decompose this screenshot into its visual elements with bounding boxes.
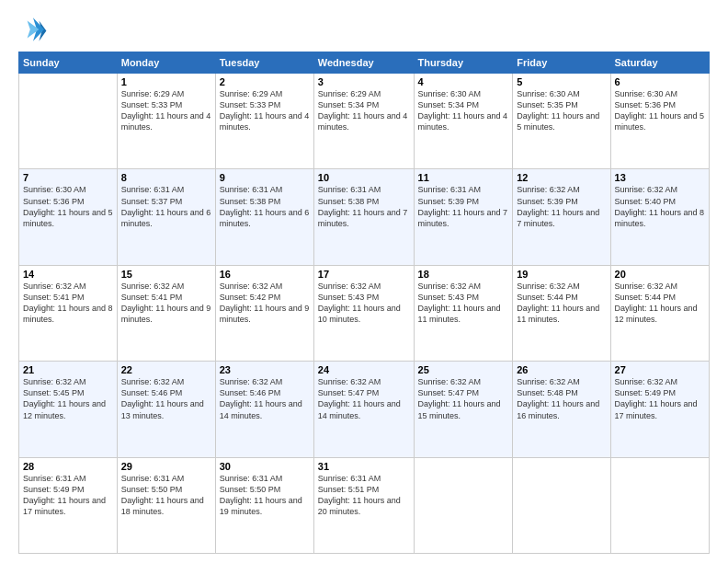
day-info: Sunrise: 6:30 AMSunset: 5:35 PMDaylight:… [517, 88, 606, 133]
day-info: Sunrise: 6:32 AMSunset: 5:43 PMDaylight:… [418, 281, 509, 326]
calendar-cell: 18Sunrise: 6:32 AMSunset: 5:43 PMDayligh… [414, 265, 513, 361]
logo [18, 15, 51, 44]
calendar-cell: 31Sunrise: 6:31 AMSunset: 5:51 PMDayligh… [313, 457, 414, 553]
day-number: 9 [220, 172, 310, 183]
calendar-cell: 8Sunrise: 6:31 AMSunset: 5:37 PMDaylight… [117, 169, 215, 265]
day-info: Sunrise: 6:32 AMSunset: 5:42 PMDaylight:… [220, 281, 310, 326]
calendar-cell: 10Sunrise: 6:31 AMSunset: 5:38 PMDayligh… [313, 169, 414, 265]
calendar-header-sunday: Sunday [19, 52, 118, 74]
day-number: 6 [615, 76, 705, 87]
day-number: 19 [517, 269, 606, 280]
day-number: 15 [121, 269, 211, 280]
calendar-cell: 24Sunrise: 6:32 AMSunset: 5:47 PMDayligh… [313, 362, 414, 457]
calendar-week-2: 14Sunrise: 6:32 AMSunset: 5:41 PMDayligh… [19, 265, 710, 361]
calendar-cell: 17Sunrise: 6:32 AMSunset: 5:43 PMDayligh… [313, 265, 414, 361]
day-info: Sunrise: 6:32 AMSunset: 5:47 PMDaylight:… [318, 376, 410, 421]
day-number: 26 [517, 364, 606, 375]
day-number: 24 [318, 364, 410, 375]
day-info: Sunrise: 6:32 AMSunset: 5:39 PMDaylight:… [517, 184, 606, 229]
day-info: Sunrise: 6:30 AMSunset: 5:34 PMDaylight:… [418, 88, 509, 133]
calendar-cell [19, 74, 118, 169]
calendar-cell: 15Sunrise: 6:32 AMSunset: 5:41 PMDayligh… [117, 265, 215, 361]
calendar-header-saturday: Saturday [610, 52, 709, 74]
calendar-cell: 30Sunrise: 6:31 AMSunset: 5:50 PMDayligh… [215, 457, 313, 553]
day-info: Sunrise: 6:32 AMSunset: 5:46 PMDaylight:… [121, 376, 211, 421]
day-number: 30 [220, 461, 310, 472]
calendar-cell: 22Sunrise: 6:32 AMSunset: 5:46 PMDayligh… [117, 362, 215, 457]
day-info: Sunrise: 6:32 AMSunset: 5:49 PMDaylight:… [615, 376, 705, 421]
calendar-week-3: 21Sunrise: 6:32 AMSunset: 5:45 PMDayligh… [19, 362, 710, 457]
day-info: Sunrise: 6:31 AMSunset: 5:50 PMDaylight:… [220, 473, 310, 518]
day-info: Sunrise: 6:31 AMSunset: 5:37 PMDaylight:… [121, 184, 211, 229]
day-number: 7 [23, 172, 113, 183]
day-info: Sunrise: 6:31 AMSunset: 5:51 PMDaylight:… [318, 473, 410, 518]
day-info: Sunrise: 6:29 AMSunset: 5:33 PMDaylight:… [220, 88, 310, 133]
day-number: 1 [121, 76, 211, 87]
day-number: 16 [220, 269, 310, 280]
calendar-header-monday: Monday [117, 52, 215, 74]
day-info: Sunrise: 6:32 AMSunset: 5:45 PMDaylight:… [23, 376, 113, 421]
day-number: 3 [318, 76, 410, 87]
day-info: Sunrise: 6:32 AMSunset: 5:44 PMDaylight:… [615, 281, 705, 326]
day-info: Sunrise: 6:32 AMSunset: 5:40 PMDaylight:… [615, 184, 705, 229]
calendar-cell: 27Sunrise: 6:32 AMSunset: 5:49 PMDayligh… [610, 362, 709, 457]
calendar-cell: 16Sunrise: 6:32 AMSunset: 5:42 PMDayligh… [215, 265, 313, 361]
calendar-header-thursday: Thursday [414, 52, 513, 74]
day-number: 11 [418, 172, 509, 183]
calendar-cell: 20Sunrise: 6:32 AMSunset: 5:44 PMDayligh… [610, 265, 709, 361]
calendar-cell: 9Sunrise: 6:31 AMSunset: 5:38 PMDaylight… [215, 169, 313, 265]
calendar-cell: 7Sunrise: 6:30 AMSunset: 5:36 PMDaylight… [19, 169, 118, 265]
day-number: 12 [517, 172, 606, 183]
calendar-header-wednesday: Wednesday [313, 52, 414, 74]
day-number: 21 [23, 364, 113, 375]
day-info: Sunrise: 6:29 AMSunset: 5:34 PMDaylight:… [318, 88, 410, 133]
logo-icon [18, 15, 48, 44]
calendar-cell [610, 457, 709, 553]
calendar-week-0: 1Sunrise: 6:29 AMSunset: 5:33 PMDaylight… [19, 74, 710, 169]
day-number: 8 [121, 172, 211, 183]
calendar-cell: 13Sunrise: 6:32 AMSunset: 5:40 PMDayligh… [610, 169, 709, 265]
calendar-cell: 3Sunrise: 6:29 AMSunset: 5:34 PMDaylight… [313, 74, 414, 169]
calendar-cell [414, 457, 513, 553]
calendar-week-4: 28Sunrise: 6:31 AMSunset: 5:49 PMDayligh… [19, 457, 710, 553]
day-number: 17 [318, 269, 410, 280]
day-info: Sunrise: 6:31 AMSunset: 5:39 PMDaylight:… [418, 184, 509, 229]
calendar-cell: 29Sunrise: 6:31 AMSunset: 5:50 PMDayligh… [117, 457, 215, 553]
day-info: Sunrise: 6:31 AMSunset: 5:38 PMDaylight:… [220, 184, 310, 229]
day-info: Sunrise: 6:31 AMSunset: 5:49 PMDaylight:… [23, 473, 113, 518]
calendar-header-tuesday: Tuesday [215, 52, 313, 74]
header [18, 15, 710, 44]
calendar-cell [513, 457, 610, 553]
day-number: 10 [318, 172, 410, 183]
day-number: 29 [121, 461, 211, 472]
day-number: 4 [418, 76, 509, 87]
calendar-cell: 14Sunrise: 6:32 AMSunset: 5:41 PMDayligh… [19, 265, 118, 361]
day-info: Sunrise: 6:32 AMSunset: 5:48 PMDaylight:… [517, 376, 606, 421]
day-number: 13 [615, 172, 705, 183]
calendar-week-1: 7Sunrise: 6:30 AMSunset: 5:36 PMDaylight… [19, 169, 710, 265]
day-number: 2 [220, 76, 310, 87]
day-info: Sunrise: 6:32 AMSunset: 5:41 PMDaylight:… [23, 281, 113, 326]
calendar-cell: 2Sunrise: 6:29 AMSunset: 5:33 PMDaylight… [215, 74, 313, 169]
calendar-header-friday: Friday [513, 52, 610, 74]
day-info: Sunrise: 6:32 AMSunset: 5:41 PMDaylight:… [121, 281, 211, 326]
day-info: Sunrise: 6:32 AMSunset: 5:43 PMDaylight:… [318, 281, 410, 326]
day-info: Sunrise: 6:31 AMSunset: 5:38 PMDaylight:… [318, 184, 410, 229]
calendar-cell: 5Sunrise: 6:30 AMSunset: 5:35 PMDaylight… [513, 74, 610, 169]
day-number: 22 [121, 364, 211, 375]
day-info: Sunrise: 6:29 AMSunset: 5:33 PMDaylight:… [121, 88, 211, 133]
calendar-cell: 23Sunrise: 6:32 AMSunset: 5:46 PMDayligh… [215, 362, 313, 457]
calendar-header-row: SundayMondayTuesdayWednesdayThursdayFrid… [19, 52, 710, 74]
calendar-cell: 4Sunrise: 6:30 AMSunset: 5:34 PMDaylight… [414, 74, 513, 169]
day-number: 31 [318, 461, 410, 472]
day-number: 5 [517, 76, 606, 87]
day-info: Sunrise: 6:32 AMSunset: 5:47 PMDaylight:… [418, 376, 509, 421]
day-number: 14 [23, 269, 113, 280]
day-number: 23 [220, 364, 310, 375]
day-number: 18 [418, 269, 509, 280]
day-number: 28 [23, 461, 113, 472]
calendar-cell: 25Sunrise: 6:32 AMSunset: 5:47 PMDayligh… [414, 362, 513, 457]
page: SundayMondayTuesdayWednesdayThursdayFrid… [0, 0, 728, 563]
calendar-cell: 21Sunrise: 6:32 AMSunset: 5:45 PMDayligh… [19, 362, 118, 457]
day-info: Sunrise: 6:31 AMSunset: 5:50 PMDaylight:… [121, 473, 211, 518]
